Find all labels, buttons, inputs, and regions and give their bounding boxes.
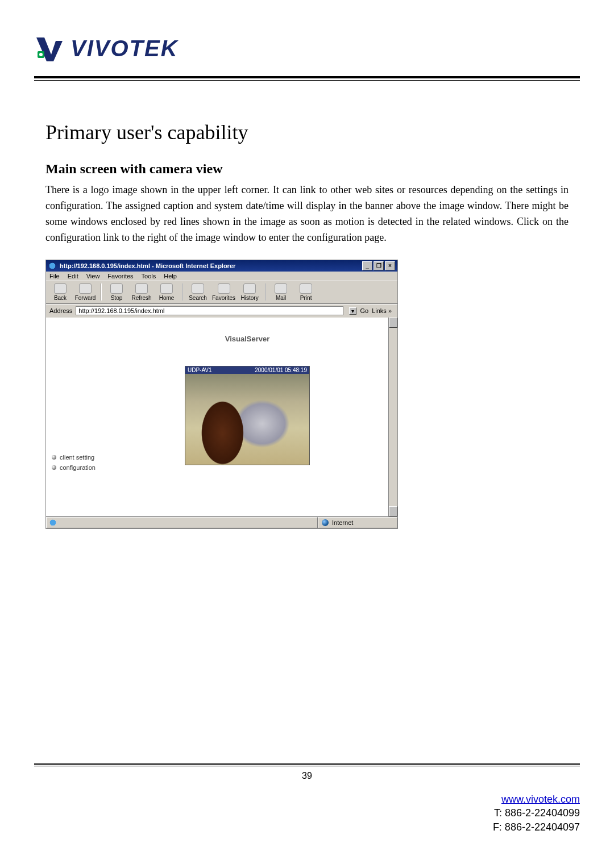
sidebar-item-label: client setting: [60, 454, 94, 461]
camera-banner: UDP-AV1 2000/01/01 05:48:19: [185, 366, 309, 374]
home-button[interactable]: Home: [156, 283, 177, 301]
camera-datetime: 2000/01/01 05:48:19: [255, 367, 307, 373]
search-icon: [192, 283, 204, 294]
heading-1: Primary user's capability: [45, 120, 569, 144]
page-title: VisualServer: [114, 323, 380, 343]
go-button[interactable]: Go: [360, 307, 368, 314]
toolbar-separator: [182, 283, 182, 301]
menu-edit[interactable]: Edit: [68, 273, 78, 279]
status-zone: Internet: [318, 517, 397, 528]
mail-icon: [275, 283, 287, 294]
back-icon: [54, 283, 67, 294]
stop-button[interactable]: Stop: [106, 283, 127, 301]
history-button[interactable]: History: [239, 283, 260, 301]
menu-help[interactable]: Help: [164, 273, 177, 279]
sidebar-nav: client setting configuration: [46, 318, 114, 516]
toolbar: Back Forward Stop Refresh Home Search Fa…: [46, 281, 397, 304]
stop-icon: [110, 283, 123, 294]
print-label: Print: [300, 295, 312, 301]
footer-rule-thin: [34, 766, 580, 766]
toolbar-separator: [265, 283, 265, 301]
close-button[interactable]: ×: [385, 261, 395, 270]
bullet-icon: [52, 465, 56, 470]
sidebar-item-configuration[interactable]: configuration: [52, 464, 109, 471]
search-button[interactable]: Search: [187, 283, 209, 301]
ie-logo-icon: [48, 262, 56, 270]
statusbar: Internet: [46, 516, 397, 528]
camera-window: UDP-AV1 2000/01/01 05:48:19: [185, 366, 310, 465]
telephone: T: 886-2-22404099: [494, 807, 580, 819]
back-button[interactable]: Back: [49, 283, 71, 301]
brand-mark-icon: [34, 34, 65, 62]
scrollbar[interactable]: [388, 318, 397, 516]
refresh-label: Refresh: [131, 295, 151, 301]
ie-logo-icon: [49, 519, 57, 527]
sidebar-item-client-setting[interactable]: client setting: [52, 454, 109, 461]
fax: F: 886-2-22404097: [493, 821, 580, 833]
brand-logo: VIVOTEK: [34, 34, 580, 68]
status-left: [46, 517, 318, 528]
header-rule-thick: [34, 76, 580, 78]
mail-label: Mail: [276, 295, 286, 301]
window-controls: _ ❐ ×: [362, 261, 395, 270]
favorites-icon: [218, 283, 230, 294]
refresh-button[interactable]: Refresh: [131, 283, 152, 301]
address-bar: Address http://192.168.0.195/index.html …: [46, 304, 397, 318]
contact-block: www.vivotek.com T: 886-2-22404099 F: 886…: [34, 792, 580, 834]
search-label: Search: [189, 295, 207, 301]
back-label: Back: [54, 295, 67, 301]
internet-zone-icon: [322, 519, 329, 526]
menu-view[interactable]: View: [86, 273, 100, 279]
brand-wordmark: VIVOTEK: [70, 36, 179, 61]
menubar: File Edit View Favorites Tools Help: [46, 272, 397, 281]
forward-button[interactable]: Forward: [74, 283, 96, 301]
home-label: Home: [159, 295, 175, 301]
camera-image: [185, 374, 309, 465]
menu-favorites[interactable]: Favorites: [107, 273, 133, 279]
page-viewport: client setting configuration VisualServe…: [46, 318, 397, 516]
menu-tools[interactable]: Tools: [142, 273, 156, 279]
heading-2: Main screen with camera view: [45, 161, 569, 177]
print-icon: [300, 283, 312, 294]
window-titlebar: http://192.168.0.195/index.html - Micros…: [46, 260, 397, 272]
camera-caption: UDP-AV1: [188, 367, 212, 373]
maximize-button[interactable]: ❐: [374, 261, 384, 270]
website-link[interactable]: www.vivotek.com: [501, 794, 580, 805]
home-icon: [160, 283, 173, 294]
address-dropdown-button[interactable]: ▾: [349, 307, 356, 315]
toolbar-separator: [101, 283, 101, 301]
address-label: Address: [49, 307, 72, 314]
document-body: Primary user's capability Main screen wi…: [34, 81, 580, 529]
history-label: History: [241, 295, 259, 301]
address-input[interactable]: http://192.168.0.195/index.html: [76, 306, 343, 315]
print-button[interactable]: Print: [295, 283, 317, 301]
minimize-button[interactable]: _: [362, 261, 372, 270]
window-title: http://192.168.0.195/index.html - Micros…: [60, 262, 235, 269]
browser-screenshot: http://192.168.0.195/index.html - Micros…: [45, 260, 398, 529]
links-button[interactable]: Links »: [372, 307, 392, 314]
favorites-label: Favorites: [212, 295, 235, 301]
footer-rule-thick: [34, 763, 580, 765]
sidebar-item-label: configuration: [60, 464, 96, 471]
stop-label: Stop: [111, 295, 123, 301]
favorites-button[interactable]: Favorites: [212, 283, 235, 301]
mail-button[interactable]: Mail: [270, 283, 292, 301]
page-number: 39: [34, 771, 580, 781]
history-icon: [243, 283, 256, 294]
body-paragraph: There is a logo image shown in the upper…: [45, 182, 569, 246]
refresh-icon: [135, 283, 148, 294]
status-zone-label: Internet: [332, 519, 353, 526]
forward-icon: [79, 283, 92, 294]
bullet-icon: [52, 455, 56, 460]
document-page: VIVOTEK Primary user's capability Main s…: [34, 34, 580, 834]
menu-file[interactable]: File: [49, 273, 60, 279]
forward-label: Forward: [75, 295, 96, 301]
viewport-main: VisualServer UDP-AV1 2000/01/01 05:48:19: [114, 318, 397, 516]
svg-point-1: [39, 53, 43, 56]
document-footer: 39 www.vivotek.com T: 886-2-22404099 F: …: [34, 763, 580, 834]
